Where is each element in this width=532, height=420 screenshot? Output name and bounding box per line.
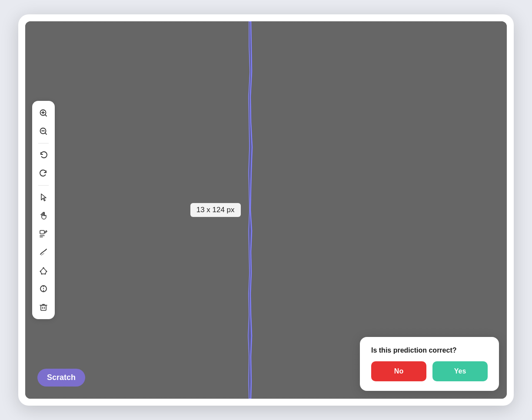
pan-tool-button[interactable] <box>36 208 51 223</box>
dimension-label: 13 x 124 px <box>190 203 241 217</box>
scratch-badge: Scratch <box>37 369 85 387</box>
no-button[interactable]: No <box>371 361 426 381</box>
toolbar-divider-1 <box>38 143 49 143</box>
svg-marker-15 <box>40 268 47 274</box>
svg-rect-18 <box>41 305 46 310</box>
canvas-area: 13 x 124 px Scratch <box>25 21 507 399</box>
app-container: 13 x 124 px Scratch <box>18 14 514 406</box>
yes-button[interactable]: Yes <box>432 361 488 381</box>
prediction-buttons: No Yes <box>371 361 488 381</box>
scratch-annotation <box>247 21 255 399</box>
zoom-in-button[interactable] <box>36 105 51 121</box>
undo-button[interactable] <box>36 147 51 163</box>
prediction-question: Is this prediction correct? <box>371 347 488 354</box>
zoom-out-button[interactable] <box>36 123 51 139</box>
select-tool-button[interactable] <box>36 190 51 205</box>
brush-tool-button[interactable] <box>36 244 51 260</box>
eraser-tool-button[interactable] <box>36 281 51 297</box>
svg-line-6 <box>45 133 47 134</box>
polygon-tool-button[interactable] <box>36 263 51 278</box>
redo-button[interactable] <box>36 166 51 181</box>
toolbar <box>32 101 55 319</box>
delete-button[interactable] <box>36 299 51 315</box>
toolbar-divider-2 <box>38 185 49 186</box>
annotate-tool-button[interactable] <box>36 226 51 242</box>
svg-rect-7 <box>40 230 44 234</box>
svg-line-3 <box>45 115 47 116</box>
prediction-dialog: Is this prediction correct? No Yes <box>360 337 499 391</box>
